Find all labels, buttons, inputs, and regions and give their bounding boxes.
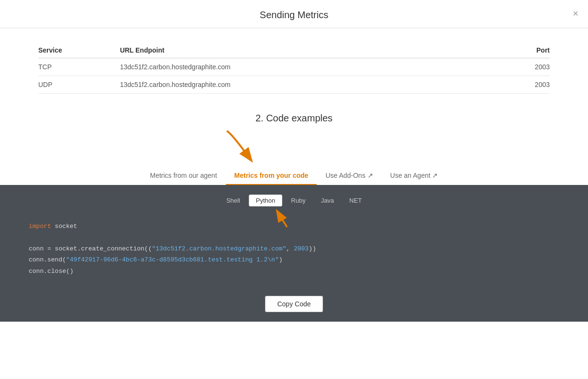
code-conn-send: conn.send( — [29, 256, 66, 263]
modal: Sending Metrics × Service URL Endpoint P… — [0, 0, 588, 379]
annotation-area — [38, 129, 550, 167]
col-endpoint: URL Endpoint — [120, 43, 499, 58]
small-arrow-svg — [270, 208, 299, 229]
code-str-host: "13dc51f2.carbon.hostedgraphite.com" — [152, 245, 286, 252]
code-container: Shell Python Ruby Java NET — [0, 185, 588, 322]
code-conn-create: conn = socket.create_connection(( — [29, 245, 152, 252]
annotation-arrow — [217, 129, 265, 166]
endpoint-udp: 13dc51f2.carbon.hostedgraphite.com — [120, 76, 499, 94]
port-tcp: 2003 — [499, 58, 550, 76]
copy-code-button[interactable]: Copy Code — [265, 296, 322, 312]
lang-tab-net[interactable]: NET — [343, 195, 368, 206]
col-port: Port — [499, 43, 550, 58]
code-line-2 — [29, 232, 559, 243]
code-send-end: ) — [279, 256, 283, 263]
small-arrow-area — [270, 208, 299, 231]
port-udp: 2003 — [499, 76, 550, 94]
lang-tab-shell[interactable]: Shell — [220, 195, 247, 206]
keyword-import: import — [29, 223, 51, 230]
code-socket: socket — [51, 223, 78, 230]
modal-title: Sending Metrics — [260, 10, 328, 20]
close-button[interactable]: × — [573, 9, 578, 18]
lang-tab-java[interactable]: Java — [314, 195, 341, 206]
code-sep: , — [286, 245, 294, 252]
col-service: Service — [38, 43, 120, 58]
tabs-row: Metrics from our agent Metrics from your… — [38, 167, 550, 185]
lang-tabs-area: Shell Python Ruby Java NET — [0, 195, 588, 206]
tab-agent[interactable]: Use an Agent ↗ — [382, 167, 447, 185]
service-udp: UDP — [38, 76, 120, 94]
code-line-5: conn.close() — [29, 266, 559, 277]
arrow-svg — [217, 129, 265, 164]
code-line-4: conn.send("49f42917-96d6-4bc6-a73c-d8595… — [29, 254, 559, 265]
lang-tabs: Shell Python Ruby Java NET — [0, 195, 588, 206]
code-num-port: 2003 — [294, 245, 309, 252]
tab-addons[interactable]: Use Add-Ons ↗ — [317, 167, 381, 185]
endpoint-table: Service URL Endpoint Port TCP 13dc51f2.c… — [38, 43, 550, 94]
section-heading-area: 2. Code examples — [38, 113, 550, 124]
table-row: UDP 13dc51f2.carbon.hostedgraphite.com 2… — [38, 76, 550, 94]
lang-tab-python[interactable]: Python — [249, 195, 282, 206]
tab-agent-metrics[interactable]: Metrics from our agent — [142, 167, 226, 185]
code-line-3: conn = socket.create_connection(("13dc51… — [29, 243, 559, 254]
modal-body: Service URL Endpoint Port TCP 13dc51f2.c… — [0, 28, 588, 336]
endpoint-tcp: 13dc51f2.carbon.hostedgraphite.com — [120, 58, 499, 76]
service-tcp: TCP — [38, 58, 120, 76]
modal-header: Sending Metrics × — [0, 0, 588, 28]
tab-code-metrics[interactable]: Metrics from your code — [226, 167, 317, 185]
code-end-paren: )) — [309, 245, 316, 252]
code-conn-close: conn.close() — [29, 268, 74, 275]
table-row: TCP 13dc51f2.carbon.hostedgraphite.com 2… — [38, 58, 550, 76]
section-title: 2. Code examples — [255, 113, 333, 123]
lang-tab-ruby[interactable]: Ruby — [284, 195, 312, 206]
code-str-metric: "49f42917-96d6-4bc6-a73c-d8595d3cb681.te… — [66, 256, 279, 263]
copy-btn-area: Copy Code — [0, 296, 588, 312]
